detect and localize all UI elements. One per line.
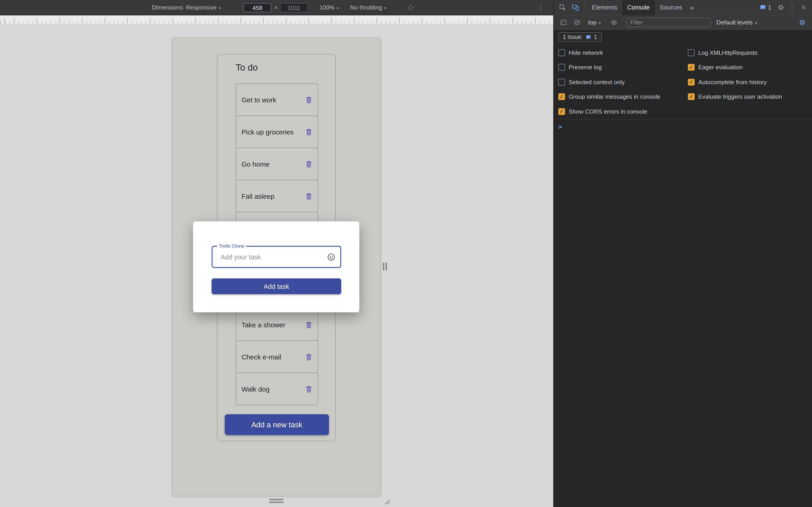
devtools-settings-gear-icon[interactable]: [775, 2, 786, 13]
checkbox-hide-network[interactable]: Hide network: [558, 48, 660, 57]
device-toolbar-toggle-icon[interactable]: [569, 2, 582, 13]
delete-task-button[interactable]: [303, 351, 314, 362]
checkbox-preserve-log[interactable]: Preserve log: [558, 63, 660, 72]
field-label: Trello Clone: [217, 243, 246, 248]
checkbox-selected-context-only[interactable]: Selected context only: [558, 77, 660, 87]
delete-task-button[interactable]: [303, 319, 314, 331]
task-label: Pick up groceries: [236, 128, 294, 135]
add-new-task-button[interactable]: Add a new task: [225, 414, 329, 435]
context-selector-dropdown[interactable]: top▾: [588, 19, 601, 26]
trash-icon: [304, 385, 313, 393]
zoom-dropdown[interactable]: 100%▾: [319, 0, 339, 15]
checkbox-box[interactable]: [688, 64, 695, 71]
task-row: Take a shower: [236, 308, 318, 341]
emoji-picker-button[interactable]: [326, 251, 337, 262]
viewport-height-resize-handle[interactable]: [269, 499, 284, 503]
trash-icon: [304, 320, 313, 329]
checkbox-box[interactable]: [688, 93, 695, 100]
task-input-field: Trello Clone: [212, 246, 341, 268]
board-title: To do: [236, 62, 258, 73]
dimensions-label: Dimensions: Responsive: [152, 4, 217, 11]
settings-column-left: Hide network Preserve log Selected conte…: [558, 48, 660, 121]
checkbox-label: Autocomplete from history: [698, 78, 767, 85]
task-row: Walk dog: [236, 373, 318, 405]
checkbox-label: Hide network: [569, 49, 603, 56]
checkbox-box[interactable]: [558, 64, 565, 71]
close-devtools-icon[interactable]: [798, 2, 809, 13]
checkbox-label: Evaluate triggers user activation: [698, 93, 782, 100]
delete-task-button[interactable]: [303, 94, 314, 106]
inspect-element-icon[interactable]: [556, 2, 569, 13]
tab-sources[interactable]: Sources: [655, 0, 687, 15]
ruler-major-ticks: [0, 18, 553, 24]
rotate-device-icon[interactable]: [406, 4, 415, 12]
checkbox-box[interactable]: [558, 108, 565, 115]
chevron-down-icon: ▾: [337, 6, 339, 10]
issues-bubble-icon: [586, 34, 591, 40]
issue-chip[interactable]: 1 Issue: 1: [558, 32, 602, 42]
task-label: Take a shower: [236, 321, 285, 328]
task-label: Fall asleep: [236, 192, 274, 200]
device-toolbar: Dimensions: Responsive▾ × 100%▾ No throt…: [0, 0, 553, 15]
add-task-button[interactable]: Add task: [212, 278, 341, 294]
checkbox-evaluate-triggers-user-activation[interactable]: Evaluate triggers user activation: [688, 92, 782, 101]
delete-task-button[interactable]: [303, 126, 314, 137]
delete-task-button[interactable]: [303, 158, 314, 170]
device-width-input[interactable]: [243, 3, 271, 12]
task-row: Go home: [236, 148, 318, 180]
task-row: Get to work: [236, 83, 318, 116]
checkbox-eager-evaluation[interactable]: Eager evaluation: [688, 63, 782, 72]
task-label: Check e-mail: [236, 353, 281, 360]
checkbox-box[interactable]: [558, 78, 565, 85]
viewport-corner-resize-handle[interactable]: [383, 498, 390, 505]
context-value: top: [588, 19, 597, 26]
more-tabs-icon[interactable]: »: [687, 4, 697, 11]
settings-column-right: Log XMLHttpRequests Eager evaluation Aut…: [688, 48, 782, 107]
clear-console-icon[interactable]: [572, 17, 582, 27]
screenshot-stage: Dimensions: Responsive▾ × 100%▾ No throt…: [0, 0, 812, 507]
task-row: Fall asleep: [236, 180, 318, 212]
live-expression-eye-icon[interactable]: [609, 17, 619, 27]
chevron-down-icon: ▾: [599, 21, 601, 25]
task-label: Get to work: [236, 96, 276, 103]
trash-icon: [304, 127, 313, 136]
task-row: Check e-mail: [236, 340, 318, 373]
tab-elements[interactable]: Elements: [587, 0, 622, 15]
checkbox-box[interactable]: [558, 49, 565, 56]
issue-chip-label: 1 Issue:: [563, 34, 583, 40]
issues-counter-button[interactable]: 1: [757, 4, 774, 11]
task-label: Walk dog: [236, 385, 270, 393]
trash-icon: [304, 160, 313, 168]
console-toolbar: top▾ Default levels▾: [554, 15, 812, 30]
checkbox-log-xmlhttprequests[interactable]: Log XMLHttpRequests: [688, 48, 782, 57]
checkbox-label: Preserve log: [569, 64, 602, 71]
throttling-dropdown[interactable]: No throttling▾: [350, 0, 386, 15]
checkbox-show-cors-errors[interactable]: Show CORS errors in console: [558, 107, 660, 116]
issues-bubble-icon: [759, 4, 766, 11]
checkbox-box[interactable]: [688, 49, 695, 56]
device-emulation-pane: Dimensions: Responsive▾ × 100%▾ No throt…: [0, 0, 553, 507]
devtools-tabbar: Elements Console Sources » 1 ⋮: [554, 0, 812, 15]
viewport-width-resize-handle[interactable]: [383, 263, 387, 271]
levels-value: Default levels: [716, 19, 753, 26]
delete-task-button[interactable]: [303, 190, 314, 202]
device-height-input[interactable]: [280, 3, 308, 12]
prompt-chevron-icon: >: [558, 123, 562, 130]
emulation-canvas: To do Get to work Pick up groceries: [0, 15, 553, 507]
log-levels-dropdown[interactable]: Default levels▾: [716, 19, 757, 26]
dimensions-dropdown[interactable]: Dimensions: Responsive▾: [152, 0, 221, 15]
tab-console[interactable]: Console: [622, 0, 655, 15]
smiley-icon: [327, 252, 336, 262]
checkbox-box[interactable]: [558, 93, 565, 100]
devtools-more-icon[interactable]: ⋮: [788, 3, 797, 11]
checkbox-label: Selected context only: [569, 78, 625, 85]
checkbox-group-similar-messages[interactable]: Group similar messages in console: [558, 92, 660, 101]
checkbox-box[interactable]: [688, 78, 695, 85]
console-sidebar-toggle-icon[interactable]: [558, 17, 568, 27]
device-toolbar-more-icon[interactable]: ⋮: [538, 0, 544, 15]
console-settings-gear-icon[interactable]: [797, 17, 807, 28]
task-text-input[interactable]: [212, 247, 340, 267]
console-filter-input[interactable]: [626, 18, 711, 27]
delete-task-button[interactable]: [303, 383, 314, 395]
checkbox-autocomplete-from-history[interactable]: Autocomplete from history: [688, 77, 782, 87]
